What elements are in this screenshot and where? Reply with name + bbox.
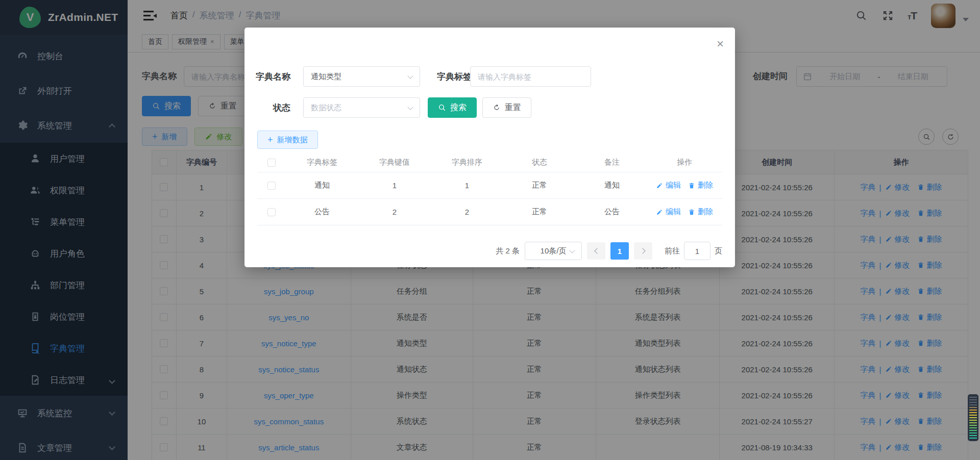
cell-dict-sort: 1 bbox=[431, 181, 503, 190]
modal-close-icon[interactable]: × bbox=[717, 38, 724, 50]
row-delete-link[interactable]: 删除 bbox=[688, 181, 713, 190]
cell-dict-sort: 2 bbox=[431, 208, 503, 216]
cell-ops: 编辑 删除 bbox=[648, 181, 721, 190]
dict-data-modal: × 字典名称 通知类型 字典标签 状态 数据状态 搜索 重置 + 新增数据 bbox=[244, 28, 735, 267]
pagination-total: 共 2 条 bbox=[496, 246, 520, 256]
modal-dict-name-select[interactable]: 通知类型 bbox=[303, 66, 420, 87]
modal-add-data-button[interactable]: + 新增数据 bbox=[257, 131, 318, 149]
select-all-checkbox[interactable] bbox=[267, 159, 276, 167]
cell-dict-value: 2 bbox=[358, 208, 431, 216]
header-dict-label: 字典标签 bbox=[286, 158, 358, 167]
app-window: V ZrAdmin.NET 控制台 外部打开 系统管理 用户管理 bbox=[0, 0, 980, 460]
minimap-stripes bbox=[969, 397, 977, 439]
cell-remark: 公告 bbox=[576, 207, 648, 217]
scroll-minimap-widget[interactable] bbox=[968, 394, 978, 441]
chevron-down-icon bbox=[569, 247, 575, 253]
next-page-button[interactable] bbox=[634, 242, 652, 260]
modal-table-header: 字典标签 字典键值 字典排序 状态 备注 操作 bbox=[257, 153, 722, 172]
header-ops: 操作 bbox=[648, 158, 721, 167]
modal-reset-button[interactable]: 重置 bbox=[482, 97, 531, 118]
chevron-left-icon bbox=[594, 248, 600, 253]
refresh-icon bbox=[493, 104, 501, 112]
cell-status: 正常 bbox=[503, 181, 576, 190]
cell-status: 正常 bbox=[503, 207, 576, 217]
page-size-select[interactable]: 10条/页 bbox=[525, 242, 582, 260]
modal-dict-label-label: 字典标签 bbox=[428, 71, 472, 83]
chevron-down-icon bbox=[407, 104, 413, 110]
cell-ops: 编辑 删除 bbox=[648, 207, 721, 217]
pencil-icon bbox=[656, 209, 663, 216]
trash-icon bbox=[688, 209, 695, 216]
current-page-button[interactable]: 1 bbox=[610, 242, 629, 260]
row-checkbox[interactable] bbox=[267, 208, 276, 216]
row-delete-link[interactable]: 删除 bbox=[688, 207, 713, 217]
header-dict-sort: 字典排序 bbox=[431, 158, 503, 167]
trash-icon bbox=[688, 182, 695, 189]
plus-icon: + bbox=[267, 135, 273, 144]
header-remark: 备注 bbox=[576, 158, 648, 167]
header-dict-value: 字典键值 bbox=[358, 158, 431, 167]
modal-table-row: 通知 1 1 正常 通知 编辑 删除 bbox=[257, 172, 722, 199]
chevron-down-icon bbox=[407, 73, 413, 79]
row-edit-link[interactable]: 编辑 bbox=[656, 181, 681, 190]
goto-label: 前往 bbox=[665, 246, 680, 256]
modal-dict-label-input[interactable] bbox=[470, 66, 591, 87]
goto-suffix: 页 bbox=[715, 246, 722, 256]
goto-page-input[interactable] bbox=[684, 242, 710, 260]
modal-dict-name-label: 字典名称 bbox=[247, 71, 290, 83]
cell-dict-label: 公告 bbox=[286, 207, 358, 217]
pencil-icon bbox=[656, 182, 663, 189]
cell-dict-label: 通知 bbox=[286, 181, 358, 190]
cell-dict-value: 1 bbox=[358, 181, 431, 190]
search-icon bbox=[438, 104, 446, 112]
chevron-right-icon bbox=[640, 248, 645, 253]
pagination: 共 2 条 10条/页 1 前往 页 bbox=[496, 242, 722, 260]
header-status: 状态 bbox=[503, 158, 576, 167]
row-edit-link[interactable]: 编辑 bbox=[656, 207, 681, 217]
modal-table-row: 公告 2 2 正常 公告 编辑 删除 bbox=[257, 199, 722, 225]
prev-page-button[interactable] bbox=[587, 242, 605, 260]
row-checkbox[interactable] bbox=[267, 182, 276, 190]
modal-search-button[interactable]: 搜索 bbox=[428, 97, 477, 118]
modal-status-label: 状态 bbox=[247, 102, 290, 114]
cell-remark: 通知 bbox=[576, 181, 648, 190]
modal-status-select[interactable]: 数据状态 bbox=[303, 97, 420, 118]
dict-data-table: 字典标签 字典键值 字典排序 状态 备注 操作 通知 1 1 正常 通知 bbox=[257, 153, 722, 225]
modal-table-body: 通知 1 1 正常 通知 编辑 删除 bbox=[257, 172, 722, 225]
